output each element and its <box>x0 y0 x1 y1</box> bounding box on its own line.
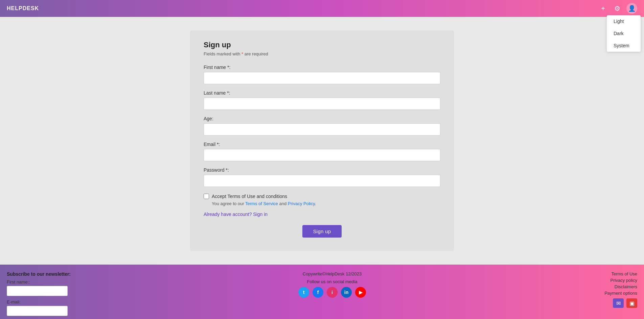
subtitle-prefix: Fields marked with <box>204 51 242 56</box>
age-input[interactable] <box>204 123 440 136</box>
last-name-input[interactable] <box>204 98 440 110</box>
signin-link[interactable]: Already have account? Sign in <box>204 212 440 217</box>
footer-newsletter: Subscribe to our newsletter: First name:… <box>7 271 81 319</box>
agreement-prefix: You agree to our <box>212 201 245 206</box>
main-content: Sign up Fields marked with * are require… <box>0 17 644 265</box>
first-name-input[interactable] <box>204 72 440 84</box>
footer-email-input[interactable] <box>7 306 68 316</box>
footer-payment-link[interactable]: Payment options <box>583 291 637 296</box>
terms-checkbox-label[interactable]: Accept Terms of Use and conditions <box>212 194 287 199</box>
agreement-suffix: . <box>315 201 316 206</box>
email-label: Email *: <box>204 142 440 147</box>
terms-of-service-link[interactable]: Terms of Service <box>245 201 278 206</box>
checkbox-row: Accept Terms of Use and conditions <box>204 194 440 199</box>
form-title: Sign up <box>204 41 440 49</box>
agreement-and: and <box>278 201 288 206</box>
email-input[interactable] <box>204 149 440 161</box>
theme-option-light[interactable]: Light <box>607 15 641 27</box>
twitter-icon[interactable]: t <box>298 287 309 298</box>
newsletter-title: Subscribe to our newsletter: <box>7 271 81 277</box>
form-subtitle: Fields marked with * are required <box>204 51 440 56</box>
signup-button[interactable]: Sign up <box>302 225 342 238</box>
email-group: Email *: <box>204 142 440 161</box>
footer: Subscribe to our newsletter: First name:… <box>0 265 644 319</box>
password-label: Password *: <box>204 167 440 173</box>
footer-firstname-label: First name:: <box>7 279 81 285</box>
password-group: Password *: <box>204 167 440 187</box>
app-logo: HELPDESK <box>7 5 39 11</box>
first-name-label: First name *: <box>204 65 440 70</box>
header-actions: + ⚙ 👤 <box>598 3 637 14</box>
signup-form-card: Sign up Fields marked with * are require… <box>190 30 454 251</box>
age-label: Age: <box>204 116 440 121</box>
privacy-policy-link[interactable]: Privacy Policy <box>288 201 315 206</box>
footer-firstname-input[interactable] <box>7 286 68 296</box>
footer-center: Copywrite©HelpDesk 12/2023 Follow us on … <box>81 271 583 298</box>
settings-icon[interactable]: ⚙ <box>612 3 622 14</box>
password-input[interactable] <box>204 175 440 187</box>
theme-option-system[interactable]: System <box>607 40 641 52</box>
footer-bottom-icons: ✉ ▣ <box>583 298 637 308</box>
signup-btn-wrapper: Sign up <box>204 225 440 238</box>
last-name-group: Last name *: <box>204 90 440 110</box>
footer-disclaimers-link[interactable]: Disclaimers <box>583 284 637 289</box>
avatar[interactable]: 👤 <box>626 3 637 14</box>
add-icon[interactable]: + <box>598 3 608 14</box>
first-name-group: First name *: <box>204 65 440 84</box>
header: HELPDESK + ⚙ 👤 Light Dark System <box>0 0 644 17</box>
theme-option-dark[interactable]: Dark <box>607 27 641 40</box>
footer-links: Terms of Use Privacy policy Disclaimers … <box>583 271 637 308</box>
footer-social-title: Follow us on social media <box>81 279 583 284</box>
youtube-icon[interactable]: ▶ <box>355 287 366 298</box>
linkedin-icon[interactable]: in <box>341 287 352 298</box>
terms-checkbox[interactable] <box>204 194 209 199</box>
agreement-text: You agree to our Terms of Service and Pr… <box>212 201 440 206</box>
footer-privacy-link[interactable]: Privacy policy <box>583 278 637 283</box>
footer-icon-purple[interactable]: ✉ <box>613 298 624 308</box>
footer-icon-red[interactable]: ▣ <box>626 298 637 308</box>
age-group: Age: <box>204 116 440 136</box>
facebook-icon[interactable]: f <box>313 287 323 298</box>
footer-email-label: E-mail: <box>7 299 81 304</box>
subtitle-suffix: are required <box>243 51 268 56</box>
footer-copyright: Copywrite©HelpDesk 12/2023 <box>81 271 583 276</box>
last-name-label: Last name *: <box>204 90 440 96</box>
terms-checkbox-area: Accept Terms of Use and conditions You a… <box>204 194 440 206</box>
instagram-icon[interactable]: i <box>327 287 338 298</box>
social-icons: t f i in ▶ <box>81 287 583 298</box>
footer-terms-link[interactable]: Terms of Use <box>583 271 637 276</box>
theme-dropdown: Light Dark System <box>607 15 641 52</box>
